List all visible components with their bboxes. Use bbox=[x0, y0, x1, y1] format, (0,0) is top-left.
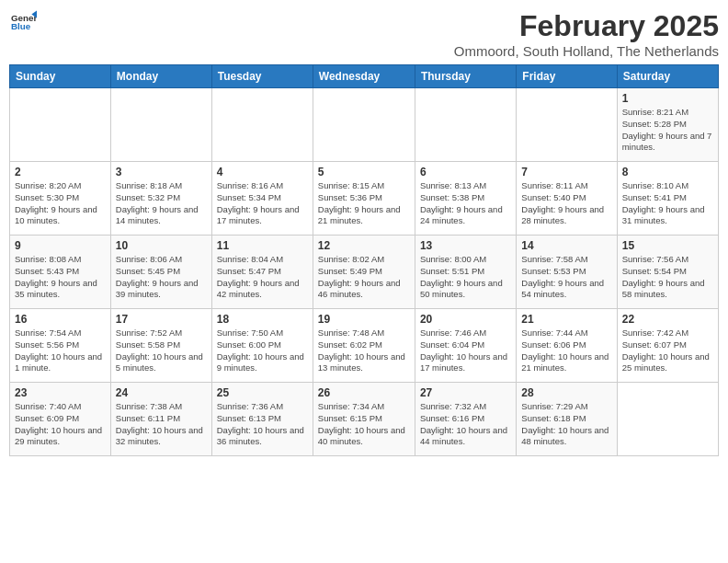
day-number: 12 bbox=[318, 239, 410, 252]
day-number: 6 bbox=[420, 166, 511, 178]
day-info: Sunrise: 7:34 AM Sunset: 6:15 PM Dayligh… bbox=[318, 401, 410, 448]
day-info: Sunrise: 7:56 AM Sunset: 5:54 PM Dayligh… bbox=[622, 254, 713, 301]
calendar-cell: 22Sunrise: 7:42 AM Sunset: 6:07 PM Dayli… bbox=[617, 309, 718, 383]
day-number: 20 bbox=[420, 313, 511, 326]
day-info: Sunrise: 8:11 AM Sunset: 5:40 PM Dayligh… bbox=[521, 180, 611, 227]
page: General Blue February 2025 Ommoord, Sout… bbox=[0, 0, 728, 563]
calendar-cell bbox=[415, 88, 516, 162]
day-info: Sunrise: 8:06 AM Sunset: 5:45 PM Dayligh… bbox=[116, 254, 207, 301]
calendar-cell: 24Sunrise: 7:38 AM Sunset: 6:11 PM Dayli… bbox=[110, 383, 211, 456]
day-number: 7 bbox=[521, 166, 611, 178]
day-info: Sunrise: 7:50 AM Sunset: 6:00 PM Dayligh… bbox=[217, 327, 308, 374]
day-number: 2 bbox=[15, 166, 106, 178]
day-number: 1 bbox=[622, 92, 713, 105]
title-block: February 2025 Ommoord, South Holland, Th… bbox=[454, 9, 719, 59]
day-number: 16 bbox=[15, 313, 106, 326]
col-tuesday: Tuesday bbox=[211, 65, 313, 88]
calendar-cell: 17Sunrise: 7:52 AM Sunset: 5:58 PM Dayli… bbox=[110, 309, 211, 383]
day-number: 14 bbox=[521, 239, 611, 252]
day-info: Sunrise: 8:04 AM Sunset: 5:47 PM Dayligh… bbox=[217, 254, 308, 301]
calendar-week-3: 16Sunrise: 7:54 AM Sunset: 5:56 PM Dayli… bbox=[10, 309, 719, 383]
calendar-cell bbox=[10, 88, 111, 162]
day-number: 5 bbox=[318, 166, 410, 178]
calendar-week-4: 23Sunrise: 7:40 AM Sunset: 6:09 PM Dayli… bbox=[10, 383, 719, 456]
col-saturday: Saturday bbox=[617, 65, 718, 88]
calendar-cell: 18Sunrise: 7:50 AM Sunset: 6:00 PM Dayli… bbox=[211, 309, 313, 383]
calendar-cell: 23Sunrise: 7:40 AM Sunset: 6:09 PM Dayli… bbox=[10, 383, 111, 456]
calendar-cell: 20Sunrise: 7:46 AM Sunset: 6:04 PM Dayli… bbox=[415, 309, 516, 383]
calendar-header: Sunday Monday Tuesday Wednesday Thursday… bbox=[10, 65, 719, 88]
calendar-week-2: 9Sunrise: 8:08 AM Sunset: 5:43 PM Daylig… bbox=[10, 236, 719, 309]
calendar-cell: 21Sunrise: 7:44 AM Sunset: 6:06 PM Dayli… bbox=[517, 309, 617, 383]
col-sunday: Sunday bbox=[10, 65, 111, 88]
svg-text:Blue: Blue bbox=[11, 21, 31, 31]
col-wednesday: Wednesday bbox=[313, 65, 415, 88]
calendar-week-0: 1Sunrise: 8:21 AM Sunset: 5:28 PM Daylig… bbox=[10, 88, 719, 162]
day-number: 15 bbox=[622, 239, 713, 252]
day-info: Sunrise: 7:38 AM Sunset: 6:11 PM Dayligh… bbox=[116, 401, 207, 448]
calendar-cell: 28Sunrise: 7:29 AM Sunset: 6:18 PM Dayli… bbox=[517, 383, 617, 456]
day-number: 22 bbox=[622, 313, 713, 326]
day-info: Sunrise: 7:54 AM Sunset: 5:56 PM Dayligh… bbox=[15, 327, 106, 374]
calendar-cell bbox=[617, 383, 718, 456]
calendar-cell bbox=[211, 88, 313, 162]
col-friday: Friday bbox=[517, 65, 617, 88]
subtitle: Ommoord, South Holland, The Netherlands bbox=[454, 43, 719, 59]
day-number: 17 bbox=[116, 313, 207, 326]
header-row: Sunday Monday Tuesday Wednesday Thursday… bbox=[10, 65, 719, 88]
calendar-cell: 11Sunrise: 8:04 AM Sunset: 5:47 PM Dayli… bbox=[211, 236, 313, 309]
day-info: Sunrise: 8:13 AM Sunset: 5:38 PM Dayligh… bbox=[420, 180, 511, 227]
col-monday: Monday bbox=[110, 65, 211, 88]
calendar-cell: 25Sunrise: 7:36 AM Sunset: 6:13 PM Dayli… bbox=[211, 383, 313, 456]
day-number: 21 bbox=[521, 313, 611, 326]
day-number: 25 bbox=[217, 386, 308, 399]
calendar-cell: 12Sunrise: 8:02 AM Sunset: 5:49 PM Dayli… bbox=[313, 236, 415, 309]
day-info: Sunrise: 7:29 AM Sunset: 6:18 PM Dayligh… bbox=[521, 401, 611, 448]
day-number: 9 bbox=[15, 239, 106, 252]
day-info: Sunrise: 7:48 AM Sunset: 6:02 PM Dayligh… bbox=[318, 327, 410, 374]
day-info: Sunrise: 8:18 AM Sunset: 5:32 PM Dayligh… bbox=[116, 180, 207, 227]
day-info: Sunrise: 8:15 AM Sunset: 5:36 PM Dayligh… bbox=[318, 180, 410, 227]
calendar-cell bbox=[110, 88, 211, 162]
calendar-cell: 5Sunrise: 8:15 AM Sunset: 5:36 PM Daylig… bbox=[313, 162, 415, 236]
calendar-cell: 1Sunrise: 8:21 AM Sunset: 5:28 PM Daylig… bbox=[617, 88, 718, 162]
day-number: 27 bbox=[420, 386, 511, 399]
calendar-cell: 14Sunrise: 7:58 AM Sunset: 5:53 PM Dayli… bbox=[517, 236, 617, 309]
calendar-cell: 7Sunrise: 8:11 AM Sunset: 5:40 PM Daylig… bbox=[517, 162, 617, 236]
day-info: Sunrise: 7:42 AM Sunset: 6:07 PM Dayligh… bbox=[622, 327, 713, 374]
calendar-cell: 2Sunrise: 8:20 AM Sunset: 5:30 PM Daylig… bbox=[10, 162, 111, 236]
calendar-cell: 26Sunrise: 7:34 AM Sunset: 6:15 PM Dayli… bbox=[313, 383, 415, 456]
calendar-cell: 4Sunrise: 8:16 AM Sunset: 5:34 PM Daylig… bbox=[211, 162, 313, 236]
calendar-cell: 10Sunrise: 8:06 AM Sunset: 5:45 PM Dayli… bbox=[110, 236, 211, 309]
day-number: 3 bbox=[116, 166, 207, 178]
day-number: 13 bbox=[420, 239, 511, 252]
calendar-body: 1Sunrise: 8:21 AM Sunset: 5:28 PM Daylig… bbox=[10, 88, 719, 456]
logo: General Blue bbox=[9, 9, 37, 35]
logo-icon: General Blue bbox=[11, 9, 37, 35]
calendar-cell bbox=[517, 88, 617, 162]
day-number: 23 bbox=[15, 386, 106, 399]
day-number: 18 bbox=[217, 313, 308, 326]
day-info: Sunrise: 7:32 AM Sunset: 6:16 PM Dayligh… bbox=[420, 401, 511, 448]
calendar-cell: 19Sunrise: 7:48 AM Sunset: 6:02 PM Dayli… bbox=[313, 309, 415, 383]
calendar-week-1: 2Sunrise: 8:20 AM Sunset: 5:30 PM Daylig… bbox=[10, 162, 719, 236]
day-number: 8 bbox=[622, 166, 713, 178]
day-number: 28 bbox=[521, 386, 611, 399]
day-info: Sunrise: 7:40 AM Sunset: 6:09 PM Dayligh… bbox=[15, 401, 106, 448]
day-number: 4 bbox=[217, 166, 308, 178]
calendar-cell: 16Sunrise: 7:54 AM Sunset: 5:56 PM Dayli… bbox=[10, 309, 111, 383]
day-number: 11 bbox=[217, 239, 308, 252]
day-info: Sunrise: 8:21 AM Sunset: 5:28 PM Dayligh… bbox=[622, 107, 713, 154]
day-number: 19 bbox=[318, 313, 410, 326]
day-info: Sunrise: 7:52 AM Sunset: 5:58 PM Dayligh… bbox=[116, 327, 207, 374]
calendar-cell: 8Sunrise: 8:10 AM Sunset: 5:41 PM Daylig… bbox=[617, 162, 718, 236]
day-info: Sunrise: 8:16 AM Sunset: 5:34 PM Dayligh… bbox=[217, 180, 308, 227]
calendar-cell: 3Sunrise: 8:18 AM Sunset: 5:32 PM Daylig… bbox=[110, 162, 211, 236]
day-info: Sunrise: 7:58 AM Sunset: 5:53 PM Dayligh… bbox=[521, 254, 611, 301]
day-info: Sunrise: 8:08 AM Sunset: 5:43 PM Dayligh… bbox=[15, 254, 106, 301]
calendar-cell: 13Sunrise: 8:00 AM Sunset: 5:51 PM Dayli… bbox=[415, 236, 516, 309]
main-title: February 2025 bbox=[454, 9, 719, 43]
day-info: Sunrise: 8:00 AM Sunset: 5:51 PM Dayligh… bbox=[420, 254, 511, 301]
day-info: Sunrise: 7:36 AM Sunset: 6:13 PM Dayligh… bbox=[217, 401, 308, 448]
day-info: Sunrise: 8:10 AM Sunset: 5:41 PM Dayligh… bbox=[622, 180, 713, 227]
